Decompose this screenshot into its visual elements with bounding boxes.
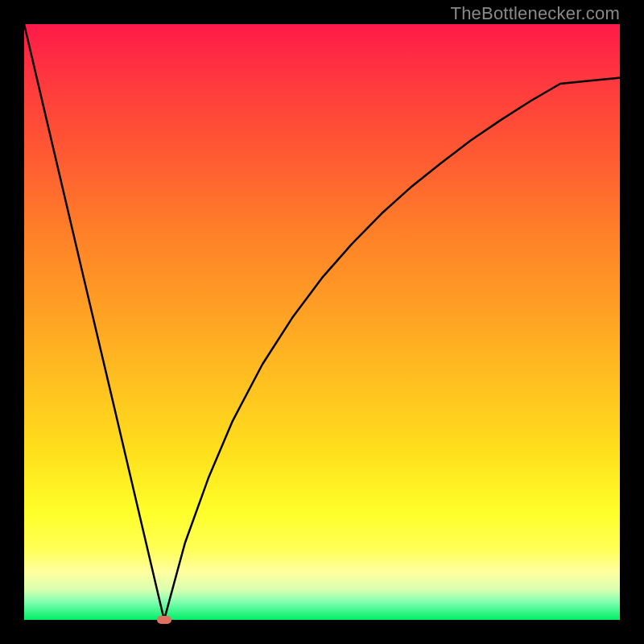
chart-frame: TheBottlenecker.com	[0, 0, 644, 644]
plot-area	[24, 24, 620, 620]
bottleneck-curve	[24, 24, 620, 620]
watermark-text: TheBottlenecker.com	[451, 3, 620, 24]
vertex-marker	[157, 616, 171, 624]
curve-svg	[24, 24, 620, 620]
